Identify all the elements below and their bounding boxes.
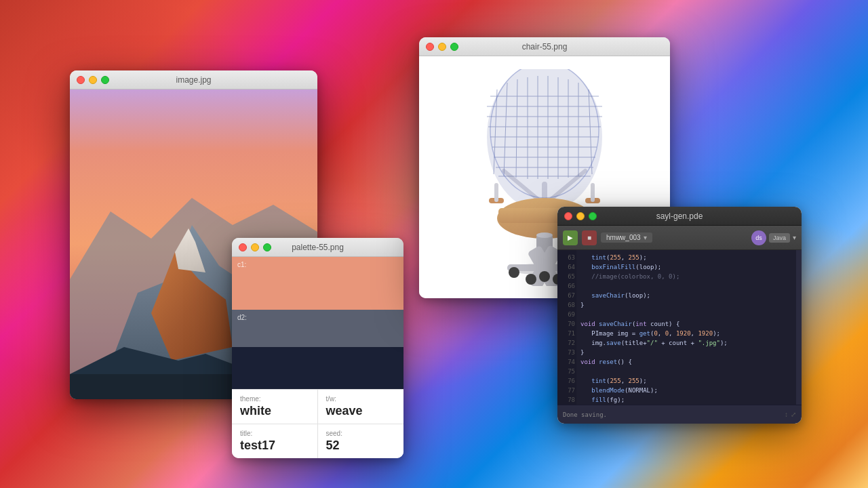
swatch-3: [232, 347, 403, 389]
theme-value: white: [240, 404, 309, 418]
svg-rect-34: [494, 183, 498, 202]
swatch-1-label: c1:: [237, 261, 246, 268]
code-line: PImage img = get(0, 0, 1920, 1920);: [580, 329, 792, 338]
traffic-lights-code[interactable]: [564, 212, 597, 220]
svg-point-45: [526, 274, 536, 285]
scroll-icon: ↕: [785, 411, 788, 418]
tw-cell: t/w: weave: [318, 390, 404, 424]
swatch-2: d2:: [232, 310, 403, 347]
stop-button[interactable]: ■: [582, 230, 597, 245]
code-line: //image(colorbox, 0, 0);: [580, 272, 792, 281]
scrollbar[interactable]: [796, 250, 802, 405]
maximize-button[interactable]: [263, 243, 271, 251]
theme-label: theme:: [240, 395, 309, 403]
seed-cell: seed: 52: [318, 424, 404, 458]
seed-value: 52: [326, 439, 396, 453]
code-titlebar: sayl-gen.pde: [557, 207, 802, 226]
language-badge: Java: [769, 233, 790, 243]
code-line: saveChair(loop);: [580, 291, 792, 300]
play-button[interactable]: ▶: [563, 230, 578, 245]
close-button[interactable]: [564, 212, 572, 220]
title-cell: title: test17: [232, 424, 318, 458]
file-tab-close[interactable]: ▾: [644, 234, 647, 241]
svg-rect-36: [591, 183, 595, 202]
traffic-lights-palette[interactable]: [239, 243, 271, 251]
svg-point-47: [539, 271, 550, 282]
svg-point-38: [536, 232, 553, 238]
svg-point-43: [509, 267, 519, 278]
code-line: [580, 310, 792, 319]
title-label: title:: [240, 430, 309, 437]
palette-titlebar: palette-55.png: [232, 238, 403, 257]
code-line: [580, 281, 792, 291]
maximize-button[interactable]: [589, 212, 597, 220]
close-button[interactable]: [77, 76, 85, 84]
svg-point-10: [487, 69, 602, 211]
palette-window: palette-55.png c1: d2: theme: white t/w:…: [232, 238, 403, 458]
image-titlebar: image.jpg: [70, 70, 317, 89]
code-line: [580, 367, 792, 376]
minimize-button[interactable]: [251, 243, 259, 251]
chair-titlebar: chair-55.png: [419, 37, 670, 56]
maximize-button[interactable]: [450, 43, 458, 51]
traffic-lights-chair[interactable]: [426, 43, 458, 51]
code-line: void saveChair(int count) {: [580, 319, 792, 329]
expand-icon: ⤢: [791, 411, 796, 418]
minimize-button[interactable]: [576, 212, 585, 220]
tw-label: t/w:: [326, 395, 396, 403]
close-button[interactable]: [426, 43, 434, 51]
status-text: Done saving.: [563, 411, 607, 418]
minimize-button[interactable]: [89, 76, 97, 84]
code-window: sayl-gen.pde ▶ ■ hmww_003 ▾ ds Java ▾ 63…: [557, 207, 802, 424]
code-text: tint(255, 255); boxFinalFill(loop); //im…: [576, 250, 796, 405]
swatch-1: c1:: [232, 257, 403, 310]
theme-cell: theme: white: [232, 390, 318, 424]
code-window-title: sayl-gen.pde: [656, 211, 703, 221]
status-bar: Done saving. ↕ ⤢: [557, 405, 802, 424]
code-line: void reset() {: [580, 357, 792, 367]
status-right: ↕ ⤢: [785, 411, 796, 418]
user-badge: ds: [751, 230, 766, 245]
file-tab-label: hmww_003: [606, 234, 641, 241]
code-line: tint(255, 255);: [580, 376, 792, 386]
chair-window-title: chair-55.png: [522, 42, 568, 52]
code-line: boxFinalFill(loop);: [580, 262, 792, 272]
toolbar-right: ds Java ▾: [751, 230, 796, 245]
palette-content: c1: d2: theme: white t/w: weave title: t…: [232, 257, 403, 458]
code-line: img.save(title+"/" + count + ".jpg");: [580, 338, 792, 348]
code-line: blendMode(NORMAL);: [580, 386, 792, 395]
maximize-button[interactable]: [101, 76, 109, 84]
minimize-button[interactable]: [438, 43, 446, 51]
palette-window-title: palette-55.png: [292, 243, 344, 252]
code-content: 63 64 65 66 67 68 69 70 71 72 73 74 75 7…: [557, 250, 802, 405]
dropdown-arrow[interactable]: ▾: [793, 234, 796, 241]
code-line: tint(255, 255);: [580, 253, 792, 262]
code-line: }: [580, 300, 792, 310]
palette-info: theme: white t/w: weave title: test17 se…: [232, 389, 403, 458]
tw-value: weave: [326, 404, 396, 418]
file-tab[interactable]: hmww_003 ▾: [601, 232, 652, 243]
image-window-title: image.jpg: [176, 75, 211, 85]
code-line: }: [580, 348, 792, 357]
code-line: fill(fg);: [580, 395, 792, 405]
seed-label: seed:: [326, 430, 396, 437]
line-numbers: 63 64 65 66 67 68 69 70 71 72 73 74 75 7…: [557, 250, 576, 405]
code-toolbar: ▶ ■ hmww_003 ▾ ds Java ▾: [557, 226, 802, 250]
close-button[interactable]: [239, 243, 247, 251]
title-value: test17: [240, 439, 309, 453]
traffic-lights-image[interactable]: [77, 76, 109, 84]
swatch-2-label: d2:: [237, 314, 247, 321]
